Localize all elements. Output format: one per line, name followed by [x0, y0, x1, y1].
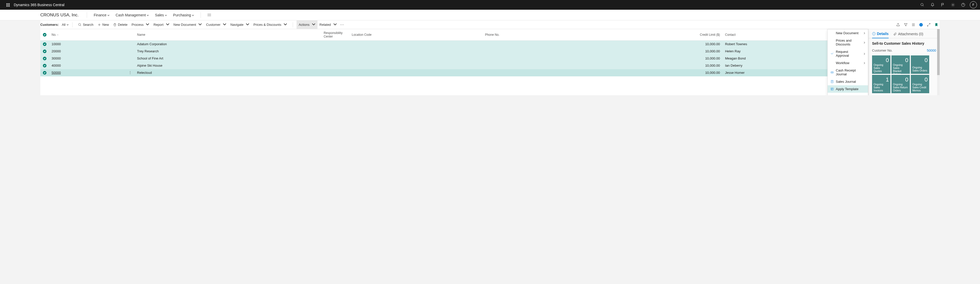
row-checkbox[interactable]: [43, 64, 46, 67]
chevron-down-icon: [146, 22, 149, 27]
table-row[interactable]: 10000 Adatum Corporation 10,000.00 Rober…: [40, 41, 868, 48]
more-options-button[interactable]: ⋯: [339, 21, 345, 28]
related-dropdown[interactable]: Related: [318, 21, 339, 29]
menu-item-sales-journal[interactable]: Sales Journal: [828, 78, 868, 85]
sales-tile[interactable]: 0Ongoing Sales Quotes: [872, 56, 891, 74]
col-phone[interactable]: Phone No.: [482, 29, 587, 41]
svg-rect-13: [831, 72, 833, 73]
menu-item-prices-and-discounts[interactable]: Prices and Discounts: [828, 37, 868, 48]
menu-item-label: Workflow: [836, 61, 861, 65]
chevron-down-icon: [312, 22, 315, 27]
divider: [72, 22, 73, 27]
row-checkbox[interactable]: [43, 49, 46, 53]
user-avatar[interactable]: F: [970, 1, 977, 8]
chevron-right-icon: [863, 31, 865, 35]
share-icon[interactable]: [895, 21, 901, 28]
menu-item-label: Functions: [836, 94, 861, 95]
notifications-icon[interactable]: [928, 0, 938, 10]
tile-label: Ongoing Sales Orders: [912, 66, 928, 72]
filter-icon[interactable]: [902, 21, 909, 28]
table-row[interactable]: 40000 Alpine Ski House 10,000.00 Ian Deb…: [40, 62, 868, 69]
menu-item-label: Cash Receipt Journal: [836, 69, 865, 76]
scrollbar-thumb[interactable]: [937, 29, 940, 75]
nav-more-button[interactable]: [207, 14, 211, 16]
list-view-icon[interactable]: [910, 21, 917, 28]
nav-sales[interactable]: Sales: [152, 10, 170, 20]
col-location[interactable]: Location Code: [349, 29, 482, 41]
cell-name: Relecloud: [135, 69, 321, 77]
delete-button[interactable]: Delete: [111, 21, 130, 29]
cell-menu: [126, 48, 135, 55]
company-nav-bar: CRONUS USA, Inc. Finance Cash Management…: [0, 10, 980, 21]
expand-icon[interactable]: [925, 21, 932, 28]
menu-item-request-approval[interactable]: Request Approval: [828, 48, 868, 59]
row-checkbox[interactable]: [43, 57, 46, 60]
flag-icon[interactable]: [938, 0, 948, 10]
customer-no-value[interactable]: 50000: [927, 48, 936, 53]
col-no[interactable]: No.↑: [49, 29, 126, 41]
menu-item-cash-receipt-journal[interactable]: Cash Receipt Journal: [828, 67, 868, 78]
menu-item-functions[interactable]: Functions: [828, 93, 868, 95]
select-all-checkbox[interactable]: [43, 33, 46, 37]
menu-item-workflow[interactable]: Workflow: [828, 59, 868, 67]
new-button[interactable]: New: [95, 21, 111, 29]
help-icon[interactable]: [958, 0, 968, 10]
menu-item-new-document[interactable]: New Document: [828, 29, 868, 37]
customer-no-link[interactable]: 50000: [52, 71, 61, 75]
new-document-dropdown[interactable]: New Document: [172, 21, 204, 29]
customer-dropdown[interactable]: Customer: [204, 21, 228, 29]
sales-tile[interactable]: 0Ongoing Sales Orders: [911, 56, 929, 74]
factbox-section-title: Sell-to Customer Sales History: [869, 38, 940, 48]
sales-tile[interactable]: 0Ongoing Sales Blanket Orders: [891, 56, 910, 74]
cell-name: School of Fine Art: [135, 55, 321, 62]
cell-credit: 10,000.00: [587, 48, 722, 55]
search-button[interactable]: Search: [76, 21, 95, 29]
settings-icon[interactable]: [948, 0, 958, 10]
tab-attachments[interactable]: Attachments (0): [893, 32, 923, 38]
cash-icon: [830, 71, 834, 74]
col-credit[interactable]: Credit Limit ($): [587, 29, 722, 41]
col-name[interactable]: Name: [135, 29, 321, 41]
row-checkbox[interactable]: [43, 71, 46, 75]
app-launcher-button[interactable]: [3, 0, 13, 10]
actions-dropdown[interactable]: Actions: [297, 21, 318, 29]
nav-finance[interactable]: Finance: [91, 10, 113, 20]
main-content: No.↑ Name Responsibility Center Location…: [40, 29, 940, 95]
prices-dropdown[interactable]: Prices & Discounts: [251, 21, 289, 29]
company-name[interactable]: CRONUS USA, Inc.: [40, 13, 79, 18]
info-circle-icon: [872, 32, 876, 35]
tile-number: 0: [873, 57, 889, 64]
info-icon[interactable]: i: [918, 21, 924, 28]
bookmark-icon[interactable]: [933, 21, 940, 28]
filter-dropdown[interactable]: All: [62, 23, 68, 27]
cell-name: Alpine Ski House: [135, 62, 321, 69]
chevron-down-icon: [147, 13, 149, 17]
waffle-icon: [6, 3, 10, 6]
report-dropdown[interactable]: Report: [151, 21, 171, 29]
tile-label: Ongoing Sales Invoices: [873, 83, 889, 92]
cell-no: 10000: [49, 41, 126, 48]
table-row[interactable]: 20000 Trey Research 10,000.00 Helen Ray: [40, 48, 868, 55]
sales-tile[interactable]: 0Ongoing Sales Credit Memos: [911, 75, 929, 93]
process-dropdown[interactable]: Process: [130, 21, 151, 29]
svg-line-1: [923, 5, 924, 6]
chevron-down-icon: [192, 13, 194, 17]
table-row[interactable]: 50000 ⋮ Relecloud 10,000.00 Jesse Homer: [40, 69, 868, 77]
sales-tile[interactable]: 0Ongoing Sales Return Orders: [891, 75, 910, 93]
col-responsibility[interactable]: Responsibility Center: [321, 29, 349, 41]
sales-tile[interactable]: 1Ongoing Sales Invoices: [872, 75, 891, 93]
nav-purchasing[interactable]: Purchasing: [170, 10, 197, 20]
svg-point-14: [832, 72, 832, 73]
app-title: Dynamics 365 Business Central: [14, 3, 64, 7]
row-menu-button[interactable]: ⋮: [128, 71, 132, 74]
menu-item-apply-template[interactable]: Apply Template: [828, 85, 868, 93]
table-row[interactable]: 30000 School of Fine Art 10,000.00 Meaga…: [40, 55, 868, 62]
chevron-right-icon: [863, 61, 865, 65]
chevron-down-icon: [246, 22, 249, 27]
nav-cash-management[interactable]: Cash Management: [113, 10, 152, 20]
search-icon[interactable]: [917, 0, 928, 10]
navigate-dropdown[interactable]: Navigate: [228, 21, 251, 29]
tab-details[interactable]: Details: [872, 32, 889, 38]
action-bar: Customers: All Search New Delete Process…: [40, 21, 940, 29]
row-checkbox[interactable]: [43, 42, 46, 46]
